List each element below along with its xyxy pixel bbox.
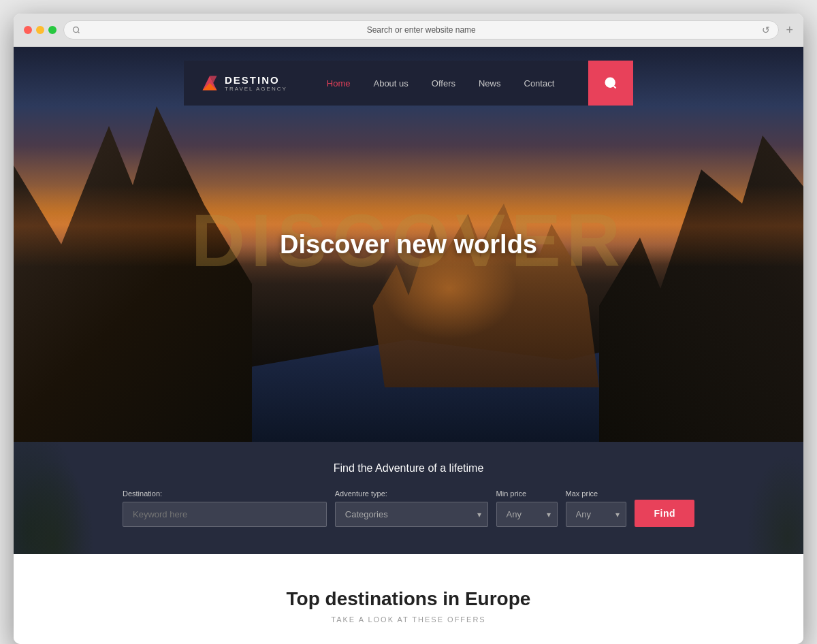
logo-name: DESTINO <box>225 74 287 86</box>
destination-label: Destination: <box>123 489 327 498</box>
adventure-label: Adventure type: <box>335 489 488 498</box>
browser-dots <box>24 26 57 34</box>
destinations-subtitle: TAKE A LOOK AT THESE OFFERS <box>41 615 776 624</box>
adventure-select-wrapper: Categories Beach Mountain City Adventure <box>335 502 488 527</box>
min-price-group: Min price Any $100 $500 $1000 <box>496 489 558 527</box>
search-form: Destination: Adventure type: Categories … <box>123 489 694 527</box>
svg-point-5 <box>606 78 615 87</box>
nav-item-news[interactable]: News <box>469 73 511 94</box>
nav-item-home[interactable]: Home <box>317 73 360 94</box>
destinations-title: Top destinations in Europe <box>41 588 776 610</box>
search-button[interactable] <box>588 61 633 106</box>
max-price-select[interactable]: Any $500 $1000 $5000 <box>566 502 627 527</box>
destination-input[interactable] <box>123 502 327 527</box>
minimize-dot[interactable] <box>36 26 44 34</box>
logo-text: DESTINO TRAVEL AGENCY <box>225 74 287 92</box>
navbar-wrapper: DESTINO TRAVEL AGENCY Home About us Offe… <box>14 47 803 106</box>
website-content: DESTINO TRAVEL AGENCY Home About us Offe… <box>14 47 803 644</box>
search-icon <box>604 76 618 90</box>
svg-line-1 <box>78 31 79 33</box>
hero-content: Discover new worlds <box>280 230 537 259</box>
nav-links: Home About us Offers News Contact <box>304 73 588 94</box>
new-tab-button[interactable]: + <box>786 23 793 37</box>
destination-group: Destination: <box>123 489 327 527</box>
hero-title: Discover new worlds <box>280 230 537 259</box>
search-tagline: Find the Adventure of a lifetime <box>41 462 776 474</box>
logo-link[interactable]: DESTINO TRAVEL AGENCY <box>184 74 304 93</box>
nav-item-offers[interactable]: Offers <box>422 73 465 94</box>
find-button[interactable]: Find <box>635 500 694 527</box>
maximize-dot[interactable] <box>48 26 57 34</box>
max-price-select-wrapper: Any $500 $1000 $5000 <box>566 502 627 527</box>
search-section: Find the Adventure of a lifetime Destina… <box>14 442 803 554</box>
svg-line-6 <box>613 86 616 88</box>
browser-chrome: Search or enter website name ↺ + <box>14 14 803 47</box>
min-price-label: Min price <box>496 489 558 498</box>
min-price-select[interactable]: Any $100 $500 $1000 <box>496 502 558 527</box>
logo-subtitle: TRAVEL AGENCY <box>225 86 287 92</box>
max-price-label: Max price <box>566 489 627 498</box>
close-dot[interactable] <box>24 26 32 34</box>
adventure-select[interactable]: Categories Beach Mountain City Adventure <box>335 502 488 527</box>
browser-window: Search or enter website name ↺ + <box>14 14 803 644</box>
nav-item-about[interactable]: About us <box>364 73 417 94</box>
nav-item-contact[interactable]: Contact <box>515 73 564 94</box>
address-bar[interactable]: Search or enter website name ↺ <box>63 20 779 39</box>
adventure-group: Adventure type: Categories Beach Mountai… <box>335 489 488 527</box>
search-icon <box>72 26 80 34</box>
navbar: DESTINO TRAVEL AGENCY Home About us Offe… <box>184 61 633 106</box>
svg-point-0 <box>74 27 79 33</box>
min-price-select-wrapper: Any $100 $500 $1000 <box>496 502 558 527</box>
refresh-button[interactable]: ↺ <box>762 25 770 35</box>
address-bar-text: Search or enter website name <box>84 25 758 35</box>
max-price-group: Max price Any $500 $1000 $5000 <box>566 489 627 527</box>
destinations-section: Top destinations in Europe TAKE A LOOK A… <box>14 554 803 644</box>
logo-icon <box>200 74 219 93</box>
hero-section: DESTINO TRAVEL AGENCY Home About us Offe… <box>14 47 803 442</box>
